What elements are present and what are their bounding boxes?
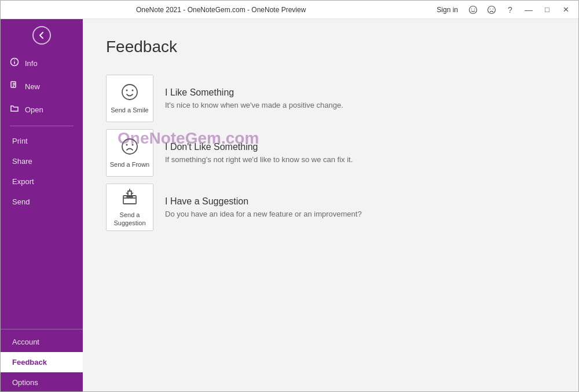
svg-point-2 [474,8,475,9]
svg-point-18 [132,144,134,145]
svg-point-5 [493,8,494,9]
sidebar-item-info[interactable]: Info [1,52,83,75]
sidebar-item-options[interactable]: Options [1,372,83,392]
suggestion-card-text: I Have a Suggestion Do you have an idea … [165,196,362,218]
info-icon [10,57,19,69]
svg-point-3 [488,6,496,13]
back-circle-icon [32,26,51,45]
close-button[interactable]: ✕ [558,2,574,18]
svg-point-14 [126,89,128,91]
sidebar-item-account[interactable]: Account [1,332,83,352]
titlebar-controls: Sign in ? — □ ✕ [437,2,574,18]
sidebar-item-open[interactable]: Open [1,98,83,121]
signin-button[interactable]: Sign in [437,6,458,14]
suggestion-icon-label: Send a Suggestion [107,211,153,226]
smiley-icon[interactable] [465,2,481,18]
maximize-button[interactable]: □ [539,2,555,18]
smile-card-text: I Like Something It's nice to know when … [165,87,343,109]
suggestion-icon-box[interactable]: Send a Suggestion [106,184,153,231]
titlebar: OneNote 2021 - OneNoteGem.com - OneNote … [1,1,578,19]
open-icon [10,104,19,115]
smile-card-title: I Like Something [165,87,343,98]
suggestion-icon [120,188,139,209]
svg-point-4 [490,8,491,9]
app-layout: Info New Op [1,19,578,392]
frown-card-text: I Don't Like Something If something's no… [165,142,353,164]
svg-point-8 [14,60,15,61]
svg-point-16 [122,139,137,154]
svg-point-0 [470,6,477,13]
suggestion-card-title: I Have a Suggestion [165,196,362,207]
sidebar-bottom: Account Feedback Options [1,329,83,392]
frown-face-icon [120,137,139,159]
svg-point-1 [471,8,472,9]
frown-icon-label: Send a Frown [110,161,149,168]
svg-point-17 [126,144,128,145]
back-button[interactable] [1,19,83,52]
frown-titlebar-icon[interactable] [483,2,500,18]
sidebar-item-new[interactable]: New [1,75,83,98]
smile-icon-box[interactable]: Send a Smile [106,75,153,122]
content-area: Feedback OneNoteGem.com Send a Smile [83,19,578,392]
feedback-card-suggestion[interactable]: Send a Suggestion I Have a Suggestion Do… [106,181,555,233]
page-title: Feedback [106,38,555,56]
smile-card-desc: It's nice to know when we've made a posi… [165,101,343,109]
minimize-button[interactable]: — [521,2,537,18]
sidebar-item-share[interactable]: Share [1,151,83,171]
new-icon [10,80,19,92]
feedback-card-smile[interactable]: Send a Smile I Like Something It's nice … [106,72,555,124]
frown-card-title: I Don't Like Something [165,142,353,152]
feedback-cards: Send a Smile I Like Something It's nice … [106,72,555,233]
sidebar-nav: Info New Op [1,52,83,329]
suggestion-card-desc: Do you have an idea for a new feature or… [165,210,362,218]
svg-point-15 [132,89,134,91]
smile-face-icon [120,83,139,104]
sidebar-item-new-label: New [25,82,40,91]
frown-card-desc: If something's not right we'd like to kn… [165,155,353,164]
feedback-card-frown[interactable]: Send a Frown I Don't Like Something If s… [106,127,555,179]
sidebar-item-feedback[interactable]: Feedback [1,352,83,372]
smile-icon-label: Send a Smile [111,107,148,114]
sidebar-item-info-label: Info [25,59,38,68]
titlebar-title: OneNote 2021 - OneNoteGem.com - OneNote … [5,6,437,14]
frown-icon-box[interactable]: Send a Frown [106,129,153,177]
sidebar-item-open-label: Open [25,105,43,114]
sidebar-divider-1 [10,126,74,126]
sidebar-item-print[interactable]: Print [1,131,83,151]
sidebar-item-send[interactable]: Send [1,192,83,212]
svg-point-13 [122,85,137,100]
sidebar: Info New Op [1,19,83,392]
sidebar-item-export[interactable]: Export [1,171,83,192]
help-icon[interactable]: ? [502,2,518,18]
